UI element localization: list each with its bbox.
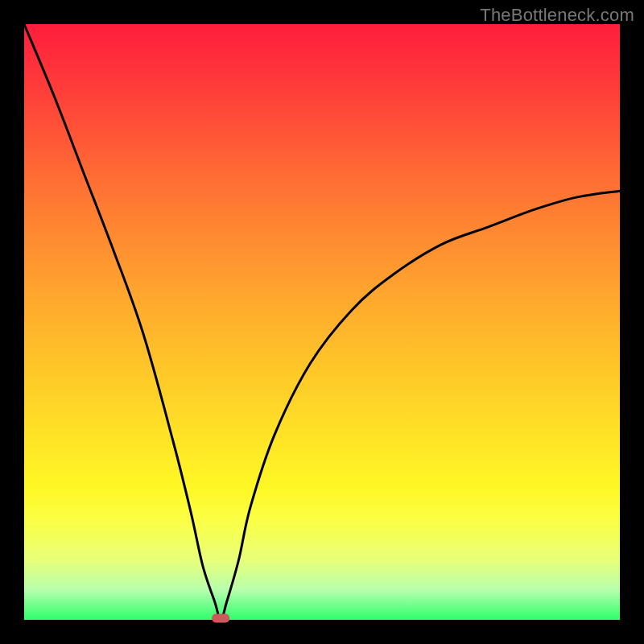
bottleneck-curve	[24, 24, 620, 620]
chart-plot-area	[24, 24, 620, 620]
minimum-marker	[212, 614, 229, 623]
watermark-text: TheBottleneck.com	[480, 5, 634, 26]
